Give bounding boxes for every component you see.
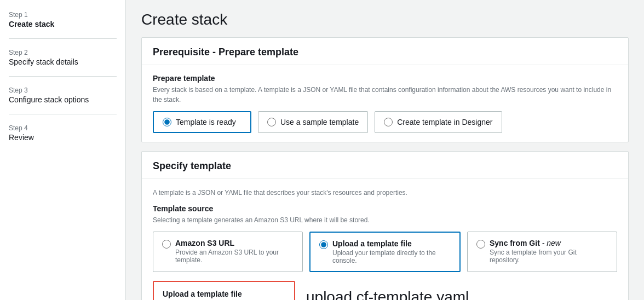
sidebar-step-4: Step 4 Review <box>9 124 117 152</box>
main-content: Create stack Prerequisite - Prepare temp… <box>126 0 644 300</box>
source-option-s3[interactable]: Amazon S3 URL Provide an Amazon S3 URL t… <box>153 232 303 272</box>
radio-designer[interactable] <box>384 118 393 126</box>
s3-option-desc: Provide an Amazon S3 URL to your templat… <box>175 249 294 264</box>
git-option-desc: Sync a template from your Git repository… <box>490 249 608 264</box>
sidebar-step-3-label: Step 3 <box>9 86 117 94</box>
sidebar: Step 1 Create stack Step 2 Specify stack… <box>0 0 126 300</box>
page-title: Create stack <box>126 0 644 37</box>
option-designer-label: Create template in Designer <box>397 118 492 126</box>
option-template-ready[interactable]: Template is ready <box>153 111 251 133</box>
prepare-template-options: Template is ready Use a sample template … <box>153 111 617 133</box>
template-source-options: Amazon S3 URL Provide an Amazon S3 URL t… <box>153 232 617 272</box>
upload-option-title: Upload a template file <box>332 239 451 248</box>
upload-row: Upload a template file ⬆ Choose file cf-… <box>153 272 617 300</box>
radio-sample-template[interactable] <box>267 118 276 126</box>
git-option-title: Sync from Git - new <box>490 239 608 247</box>
sidebar-step-3: Step 3 Configure stack options <box>9 86 117 114</box>
specify-template-desc: A template is a JSON or YAML file that d… <box>153 188 617 198</box>
radio-upload-file[interactable] <box>319 240 328 249</box>
source-option-upload[interactable]: Upload a template file Upload your templ… <box>309 232 461 272</box>
prerequisite-section-header: Prerequisite - Prepare template <box>142 38 628 65</box>
radio-template-ready[interactable] <box>163 118 171 126</box>
source-option-git[interactable]: Sync from Git - new Sync a template from… <box>467 232 617 272</box>
specify-template-section: Specify template A template is a JSON or… <box>141 151 629 300</box>
s3-option-title: Amazon S3 URL <box>175 239 294 247</box>
upload-option-desc: Upload your template directly to the con… <box>332 249 451 264</box>
sidebar-step-2-name: Specify stack details <box>9 57 117 66</box>
upload-section: Upload a template file ⬆ Choose file cf-… <box>153 281 295 300</box>
sidebar-step-2: Step 2 Specify stack details <box>9 49 117 77</box>
specify-template-section-body: A template is a JSON or YAML file that d… <box>142 179 628 300</box>
option-template-ready-label: Template is ready <box>176 118 236 126</box>
sidebar-step-1: Step 1 Create stack <box>9 11 117 39</box>
prepare-template-label: Prepare template <box>153 74 617 83</box>
option-sample-template-label: Use a sample template <box>280 118 359 126</box>
sidebar-step-4-label: Step 4 <box>9 124 117 132</box>
option-sample-template[interactable]: Use a sample template <box>258 111 368 133</box>
prerequisite-section: Prerequisite - Prepare template Prepare … <box>141 37 629 142</box>
prerequisite-section-title: Prerequisite - Prepare template <box>153 47 617 58</box>
template-source-desc: Selecting a template generates an Amazon… <box>153 215 617 225</box>
template-source-label: Template source <box>153 204 617 213</box>
specify-template-section-title: Specify template <box>153 160 617 172</box>
sidebar-step-1-name: Create stack <box>9 20 117 28</box>
specify-template-section-header: Specify template <box>142 152 628 179</box>
radio-sync-git[interactable] <box>476 240 485 249</box>
sidebar-step-2-label: Step 2 <box>9 49 117 56</box>
sidebar-step-1-label: Step 1 <box>9 11 117 19</box>
prerequisite-section-body: Prepare template Every stack is based on… <box>142 65 628 142</box>
sidebar-step-3-name: Configure stack options <box>9 95 117 104</box>
upload-section-label: Upload a template file <box>163 290 285 298</box>
radio-s3-url[interactable] <box>162 240 171 249</box>
upload-annotation: upload cf-template.yaml <box>306 289 469 300</box>
prepare-template-desc: Every stack is based on a template. A te… <box>153 85 617 105</box>
option-designer[interactable]: Create template in Designer <box>375 111 502 133</box>
sidebar-step-4-name: Review <box>9 133 117 142</box>
